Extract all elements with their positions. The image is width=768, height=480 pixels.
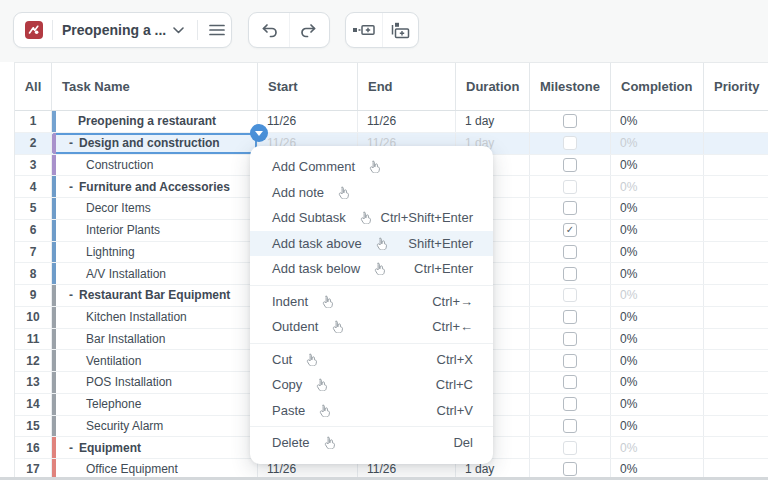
completion-cell[interactable]: 0%: [611, 285, 704, 306]
add-subtask-icon[interactable]: [382, 13, 419, 47]
milestone-cell[interactable]: [530, 285, 611, 306]
completion-cell[interactable]: 0%: [611, 242, 704, 263]
task-name-cell[interactable]: - Design and construction: [52, 133, 258, 154]
redo-button[interactable]: [289, 13, 330, 47]
task-name-cell[interactable]: Bar Installation: [52, 329, 258, 350]
column-header-start[interactable]: Start: [258, 63, 358, 110]
milestone-cell[interactable]: [530, 329, 611, 350]
priority-cell[interactable]: [704, 133, 768, 154]
completion-cell[interactable]: 0%: [611, 220, 704, 241]
priority-cell[interactable]: [704, 111, 768, 132]
context-menu-item[interactable]: Indent Ctrl+→: [250, 289, 493, 315]
priority-cell[interactable]: [704, 416, 768, 437]
context-menu-item[interactable]: Add Subtask Ctrl+Shift+Enter: [250, 205, 493, 231]
priority-cell[interactable]: [704, 329, 768, 350]
task-name-cell[interactable]: A/V Installation: [52, 263, 258, 284]
milestone-cell[interactable]: [530, 133, 611, 154]
completion-cell[interactable]: 0%: [611, 111, 704, 132]
completion-cell[interactable]: 0%: [611, 176, 704, 197]
column-header-all[interactable]: All: [15, 63, 52, 110]
context-menu-item[interactable]: Paste Ctrl+V: [250, 398, 493, 424]
context-menu-item[interactable]: Add task below Ctrl+Enter: [250, 256, 493, 282]
priority-cell[interactable]: [704, 176, 768, 197]
milestone-checkbox[interactable]: [563, 375, 577, 389]
completion-cell[interactable]: 0%: [611, 437, 704, 458]
completion-cell[interactable]: 0%: [611, 372, 704, 393]
milestone-cell[interactable]: [530, 437, 611, 458]
milestone-checkbox[interactable]: [563, 201, 577, 215]
task-name-cell[interactable]: Preopening a restaurant: [52, 111, 258, 132]
milestone-checkbox[interactable]: [563, 158, 577, 172]
priority-cell[interactable]: [704, 263, 768, 284]
completion-cell[interactable]: 0%: [611, 416, 704, 437]
task-name-cell[interactable]: - Equipment: [52, 437, 258, 458]
milestone-checkbox[interactable]: [563, 180, 577, 194]
milestone-cell[interactable]: [530, 176, 611, 197]
milestone-checkbox[interactable]: [563, 441, 577, 455]
context-menu-item[interactable]: Add Comment: [250, 154, 493, 180]
priority-cell[interactable]: [704, 220, 768, 241]
table-row[interactable]: 1 Preopening a restaurant 11/26 11/26 1 …: [15, 111, 768, 133]
priority-cell[interactable]: [704, 242, 768, 263]
task-name-cell[interactable]: Construction: [52, 155, 258, 176]
completion-cell[interactable]: 0%: [611, 155, 704, 176]
milestone-cell[interactable]: [530, 416, 611, 437]
milestone-cell[interactable]: [530, 394, 611, 415]
column-header-completion[interactable]: Completion: [611, 63, 704, 110]
task-name-cell[interactable]: POS Installation: [52, 372, 258, 393]
task-name-cell[interactable]: Decor Items: [52, 198, 258, 219]
milestone-cell[interactable]: [530, 372, 611, 393]
priority-cell[interactable]: [704, 350, 768, 371]
project-menu-icon[interactable]: [209, 24, 225, 36]
task-name-cell[interactable]: Interior Plants: [52, 220, 258, 241]
column-header-task-name[interactable]: Task Name: [52, 63, 258, 110]
completion-cell[interactable]: 0%: [611, 198, 704, 219]
milestone-checkbox[interactable]: ✓: [563, 223, 577, 237]
milestone-checkbox[interactable]: [563, 397, 577, 411]
milestone-cell[interactable]: [530, 350, 611, 371]
milestone-checkbox[interactable]: [563, 267, 577, 281]
completion-cell[interactable]: 0%: [611, 307, 704, 328]
task-name-cell[interactable]: Lightning: [52, 242, 258, 263]
milestone-cell[interactable]: ✓: [530, 220, 611, 241]
column-header-milestone[interactable]: Milestone: [530, 63, 611, 110]
collapse-icon[interactable]: -: [69, 441, 73, 455]
duration-cell[interactable]: 1 day: [456, 111, 530, 132]
context-menu-item[interactable]: Delete Del: [250, 430, 493, 456]
collapse-icon[interactable]: -: [69, 288, 73, 302]
task-name-cell[interactable]: - Restaurant Bar Equipment: [52, 285, 258, 306]
milestone-cell[interactable]: [530, 198, 611, 219]
milestone-checkbox[interactable]: [563, 310, 577, 324]
context-menu-item[interactable]: Outdent Ctrl+←: [250, 314, 493, 340]
priority-cell[interactable]: [704, 198, 768, 219]
column-header-end[interactable]: End: [358, 63, 456, 110]
completion-cell[interactable]: 0%: [611, 133, 704, 154]
milestone-cell[interactable]: [530, 307, 611, 328]
milestone-checkbox[interactable]: [563, 332, 577, 346]
milestone-checkbox[interactable]: [563, 462, 577, 476]
task-name-cell[interactable]: Telephone: [52, 394, 258, 415]
milestone-checkbox[interactable]: [563, 114, 577, 128]
context-menu-item[interactable]: Add task above Shift+Enter: [250, 231, 493, 257]
undo-button[interactable]: [249, 13, 289, 47]
add-task-icon[interactable]: [346, 13, 382, 47]
priority-cell[interactable]: [704, 394, 768, 415]
task-name-cell[interactable]: Security Alarm: [52, 416, 258, 437]
task-name-cell[interactable]: - Furniture and Accessories: [52, 176, 258, 197]
completion-cell[interactable]: 0%: [611, 329, 704, 350]
milestone-cell[interactable]: [530, 242, 611, 263]
milestone-cell[interactable]: [530, 155, 611, 176]
end-cell[interactable]: 11/26: [358, 111, 456, 132]
project-title[interactable]: Preopening a ...: [62, 22, 166, 38]
chevron-down-icon[interactable]: [173, 27, 184, 34]
task-name-cell[interactable]: Ventilation: [52, 350, 258, 371]
row-dropdown-button[interactable]: [250, 124, 268, 142]
milestone-checkbox[interactable]: [563, 354, 577, 368]
context-menu-item[interactable]: Cut Ctrl+X: [250, 347, 493, 373]
milestone-cell[interactable]: [530, 111, 611, 132]
priority-cell[interactable]: [704, 285, 768, 306]
priority-cell[interactable]: [704, 307, 768, 328]
start-cell[interactable]: 11/26: [258, 111, 358, 132]
context-menu-item[interactable]: Copy Ctrl+C: [250, 372, 493, 398]
context-menu-item[interactable]: Add note: [250, 180, 493, 206]
